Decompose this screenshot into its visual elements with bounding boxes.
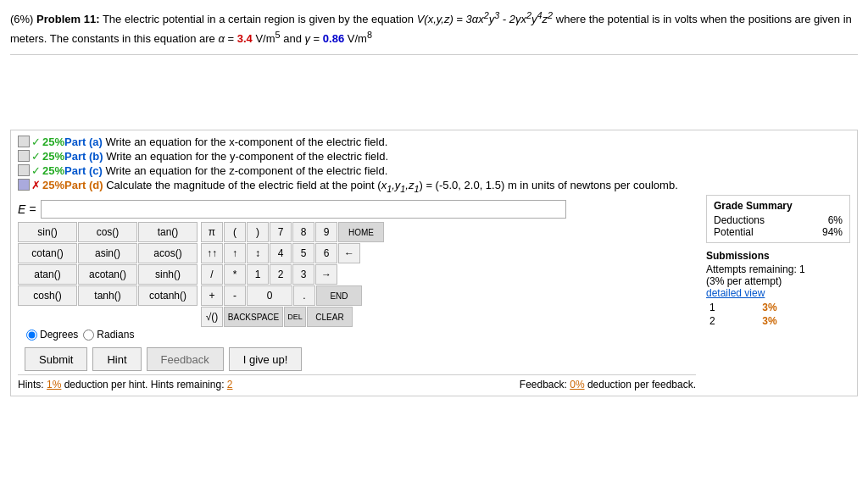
sub-num-2: 2 — [706, 314, 759, 328]
part-a-check: ✓ — [31, 136, 41, 148]
answer-input[interactable] — [41, 200, 566, 219]
num-row-4: + - 0 . END — [201, 285, 384, 306]
num3-btn[interactable]: 3 — [292, 264, 314, 285]
sub-num-1: 1 — [706, 301, 759, 314]
give-up-button[interactable]: I give up! — [229, 347, 303, 371]
sub-pct-1: 3% — [759, 301, 850, 314]
num9-btn[interactable]: 9 — [315, 222, 337, 242]
part-b-label: Part (b) — [64, 150, 106, 163]
part-c-percent: 25% — [42, 164, 64, 177]
home-btn[interactable]: HOME — [338, 222, 384, 242]
cosh-btn[interactable]: cosh() — [18, 285, 77, 306]
right-arrow-btn[interactable]: → — [315, 264, 337, 285]
part-b-row: ✓ 25% Part (b) Write an equation for the… — [18, 150, 850, 163]
potential-val: 94% — [822, 226, 843, 238]
radians-label[interactable]: Radians — [83, 329, 134, 341]
alpha-unit: V/m5 — [255, 32, 280, 45]
part-d-x: ✗ — [31, 179, 41, 191]
num-row-3: / * 1 2 3 → — [201, 264, 384, 285]
atan-btn[interactable]: atan() — [18, 264, 77, 285]
hints-remaining: 2 — [227, 379, 233, 391]
degrees-label[interactable]: Degrees — [26, 329, 78, 341]
end-btn[interactable]: END — [316, 285, 362, 306]
up-down-btn[interactable]: ↕ — [247, 243, 269, 263]
slash-btn[interactable]: / — [201, 264, 223, 285]
keypad-container: sin() cos() tan() cotan() asin() acos() … — [18, 222, 696, 327]
up-up-btn[interactable]: ↑↑ — [201, 243, 223, 263]
close-paren-btn[interactable]: ) — [247, 222, 269, 242]
feedback-button[interactable]: Feedback — [147, 347, 224, 371]
star-btn[interactable]: * — [224, 264, 246, 285]
part-a-label: Part (a) — [64, 136, 105, 148]
num2-btn[interactable]: 2 — [270, 264, 292, 285]
per-attempt-text: (3% per attempt) — [706, 275, 782, 287]
part-d-row: ✗ 25% Part (d) Calculate the magnitude o… — [18, 179, 850, 194]
cotan-btn[interactable]: cotan() — [18, 243, 77, 263]
sinh-btn[interactable]: sinh() — [138, 264, 198, 285]
sqrt-btn[interactable]: √() — [201, 307, 223, 327]
potential-label: Potential — [714, 226, 754, 238]
part-b-text: Write an equation for the y-component of… — [106, 150, 388, 163]
up-btn[interactable]: ↑ — [224, 243, 246, 263]
problem-title-start: The electric potential in a certain regi… — [103, 13, 417, 25]
detailed-view-link[interactable]: detailed view — [706, 287, 765, 299]
sin-btn[interactable]: sin() — [18, 222, 77, 242]
tanh-btn[interactable]: tanh() — [78, 285, 137, 306]
left-arrow-btn[interactable]: ← — [338, 243, 360, 263]
submissions-title: Submissions — [706, 250, 850, 262]
and-text: and — [283, 32, 304, 45]
cos-btn[interactable]: cos() — [78, 222, 137, 242]
sub-pct-2: 3% — [759, 314, 850, 328]
plus-btn[interactable]: + — [201, 285, 223, 306]
asin-btn[interactable]: asin() — [78, 243, 137, 263]
part-b-percent: 25% — [42, 150, 64, 163]
potential-row: Potential 94% — [714, 226, 843, 238]
num5-btn[interactable]: 5 — [292, 243, 314, 263]
per-attempt-row: (3% per attempt) — [706, 275, 850, 287]
num1-btn[interactable]: 1 — [247, 264, 269, 285]
submissions-section: Submissions Attempts remaining: 1 (3% pe… — [706, 250, 850, 328]
part-a-percent: 25% — [42, 136, 64, 148]
acotan-btn[interactable]: acotan() — [78, 264, 137, 285]
gamma-value: 0.86 — [323, 32, 344, 45]
action-buttons: Submit Hint Feedback I give up! — [25, 347, 696, 371]
cotanh-btn[interactable]: cotanh() — [138, 285, 198, 306]
num0-btn[interactable]: 0 — [247, 285, 292, 306]
eq-label: E = — [18, 202, 36, 216]
backspace-btn[interactable]: BACKSPACE — [224, 307, 283, 327]
part-d-percent: 25% — [42, 179, 64, 191]
open-paren-btn[interactable]: ( — [224, 222, 246, 242]
alpha-label: α — [218, 32, 224, 45]
num7-btn[interactable]: 7 — [270, 222, 292, 242]
part-a-text: Write an equation for the x-component of… — [105, 136, 387, 148]
dot-btn[interactable]: . — [293, 285, 315, 306]
gamma-unit: V/m8 — [348, 32, 372, 45]
part-d-label: Part (d) — [64, 179, 106, 191]
main-container: (6%) Problem 11: The electric potential … — [0, 0, 868, 408]
attempts-row: Attempts remaining: 1 — [706, 263, 850, 275]
part-a-icon — [18, 136, 30, 147]
deductions-val: 6% — [828, 214, 843, 226]
tan-btn[interactable]: tan() — [138, 222, 198, 242]
acos-btn[interactable]: acos() — [138, 243, 198, 263]
problem-percent: (6%) — [10, 13, 33, 25]
num8-btn[interactable]: 8 — [292, 222, 314, 242]
attempts-val: 1 — [799, 263, 805, 275]
submit-button[interactable]: Submit — [25, 347, 87, 371]
detailed-view-row: detailed view — [706, 287, 850, 299]
submissions-table: 1 3% 2 3% — [706, 301, 850, 328]
degrees-radio[interactable] — [26, 330, 37, 341]
num-row-1: π ( ) 7 8 9 HOME — [201, 222, 384, 242]
del-btn[interactable]: DEL — [284, 307, 306, 327]
attempts-label: Attempts remaining: — [706, 263, 799, 275]
num6-btn[interactable]: 6 — [315, 243, 337, 263]
clear-btn[interactable]: CLEAR — [307, 307, 353, 327]
pi-btn[interactable]: π — [201, 222, 223, 242]
num4-btn[interactable]: 4 — [270, 243, 292, 263]
minus-btn[interactable]: - — [224, 285, 246, 306]
radians-radio[interactable] — [83, 330, 94, 341]
part-a-row: ✓ 25% Part (a) Write an equation for the… — [18, 136, 850, 148]
part-b-check: ✓ — [31, 150, 41, 163]
hints-left: Hints: 1% deduction per hint. Hints rema… — [18, 379, 233, 391]
hint-button[interactable]: Hint — [92, 347, 141, 371]
